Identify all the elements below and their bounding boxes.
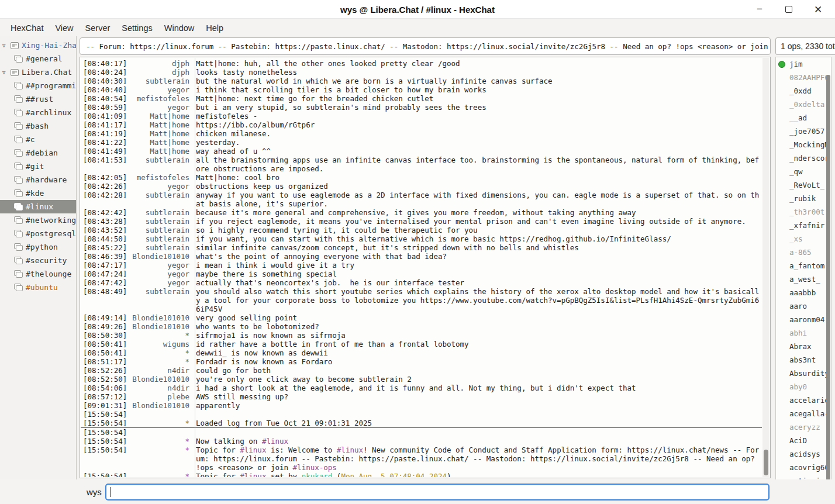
user-list-item[interactable]: aaro: [776, 299, 831, 313]
user-list-item[interactable]: 082AAHPF6: [776, 71, 831, 84]
message: you're only one click away to become sub…: [192, 375, 762, 384]
user-list-item[interactable]: Abrax: [776, 340, 831, 353]
message-segment: Topic for: [196, 446, 240, 454]
tree-label: #debian: [26, 149, 58, 157]
sidebar-item--thelounge[interactable]: #thelounge: [0, 267, 76, 281]
user-name: aaro: [789, 302, 807, 310]
user-list-item[interactable]: _xs: [776, 232, 831, 246]
chat-scrollbar-thumb[interactable]: [764, 450, 768, 475]
topic-bar[interactable]: -- Forum: https://linux.forum -- Pastebi…: [80, 37, 771, 55]
sidebar-item--kde[interactable]: #kde: [0, 187, 76, 200]
user-list-item[interactable]: _th3r00t: [776, 205, 831, 219]
tree-label: #thelounge: [26, 270, 71, 278]
sidebar-item--linux[interactable]: #linux: [0, 200, 76, 213]
menu-item-settings[interactable]: Settings: [116, 21, 158, 35]
user-name: aaronm04: [789, 315, 824, 324]
sidebar-item--programming[interactable]: ##programming: [0, 79, 76, 92]
menu-item-help[interactable]: Help: [200, 21, 229, 35]
user-list-item[interactable]: _0xdd: [776, 84, 831, 98]
menu-item-window[interactable]: Window: [158, 21, 201, 35]
message: sifrmoja1 is now known as sifrmoja: [192, 331, 762, 340]
sidebar-item--python[interactable]: #python: [0, 240, 76, 254]
chat-scrollbar[interactable]: [762, 58, 770, 477]
sidebar-item--postgresql[interactable]: #postgresql: [0, 227, 76, 240]
sidebar-item--bash[interactable]: #bash: [0, 119, 76, 133]
expander-down-icon[interactable]: ▽: [2, 70, 11, 75]
maximize-button[interactable]: [780, 1, 798, 18]
user-list-item[interactable]: aceryzz: [776, 420, 831, 434]
message-segment: set by: [266, 472, 301, 477]
sidebar-item--archlinux[interactable]: #archlinux: [0, 106, 76, 119]
message-segment: looks tasty nonetheless: [196, 68, 297, 77]
user-list-item[interactable]: _qw: [776, 165, 831, 178]
own-nick-label: wys: [87, 487, 102, 497]
nick: yegor: [118, 85, 192, 94]
user-list-item[interactable]: _nderscor: [776, 151, 831, 165]
chat-line: [08:41:09]Matt|homemefistofeles -: [81, 112, 762, 120]
user-list-item[interactable]: acovrig60: [776, 461, 831, 474]
menu-item-view[interactable]: View: [49, 21, 79, 35]
user-list-item[interactable]: _xfafnir: [776, 219, 831, 232]
timestamp: [08:40:17]: [81, 59, 118, 68]
event-star: *: [118, 419, 192, 427]
user-list-item[interactable]: __ad: [776, 111, 831, 125]
user-list-item[interactable]: Absurdity: [776, 367, 831, 380]
tree-label: ##rust: [26, 95, 53, 103]
expander-down-icon[interactable]: ▽: [2, 43, 11, 49]
timestamp: [08:50:41]: [81, 348, 118, 357]
user-list-item[interactable]: aaabbb: [776, 286, 831, 299]
sidebar-item--debian[interactable]: #debian: [0, 146, 76, 160]
minimize-button[interactable]: −: [751, 1, 768, 18]
nick: Matt|home: [118, 120, 192, 129]
tree-label: #linux: [26, 202, 53, 211]
user-list-item[interactable]: _rubik: [776, 192, 831, 205]
user-list-item[interactable]: _MockingM: [776, 138, 831, 151]
user-list-scrollbar-thumb[interactable]: [826, 75, 830, 485]
message: Matt|home: huh, all the other ones looke…: [192, 59, 762, 68]
user-list-item[interactable]: accelario: [776, 393, 831, 407]
sidebar-item-server-xing-hai-zhan[interactable]: ▽Xing-Hai-Zhan: [0, 39, 76, 52]
sidebar-item--networking[interactable]: #networking: [0, 213, 76, 227]
sidebar-item--c[interactable]: #c: [0, 133, 76, 146]
user-list-item[interactable]: jim: [776, 57, 831, 71]
user-list-item[interactable]: _0xdelta: [776, 98, 831, 111]
user-list-item[interactable]: aby0: [776, 380, 831, 393]
chat-line: [08:43:28]subtlerainif you reject eaglem…: [81, 217, 762, 226]
sidebar-item--hardware[interactable]: #hardware: [0, 173, 76, 187]
user-list-item[interactable]: _ReVoLt_: [776, 178, 831, 192]
chat-bubbles-icon: [14, 270, 23, 278]
chat-line: [08:50:41]*dewwii_ is now known as dewwi…: [81, 348, 762, 357]
user-name: acovrig60: [789, 463, 829, 472]
user-list-item[interactable]: acidsys: [776, 447, 831, 461]
user-list-item[interactable]: _joe7057: [776, 125, 831, 138]
user-list-item[interactable]: a_fantom: [776, 259, 831, 272]
user-list-item[interactable]: a_west_: [776, 272, 831, 286]
nick: Blondie101010: [118, 313, 192, 322]
sidebar-item--general[interactable]: #general: [0, 52, 76, 65]
close-button[interactable]: ✕: [809, 1, 827, 18]
user-list-item[interactable]: AciD: [776, 434, 831, 447]
message-input[interactable]: [105, 484, 770, 500]
user-list-item[interactable]: aaronm04: [776, 313, 831, 326]
chat-line: [08:41:22]Matt|homeyesterday.: [81, 138, 762, 147]
user-list-item[interactable]: abs3nt: [776, 353, 831, 367]
menu-item-hexchat[interactable]: HexChat: [5, 21, 49, 35]
nick: subtlerain: [118, 226, 192, 234]
user-name: _xs: [789, 234, 803, 243]
user-list-item[interactable]: abhi: [776, 326, 831, 340]
sidebar-item--git[interactable]: #git: [0, 160, 76, 173]
message: chicken milanese.: [192, 129, 762, 138]
message: Fordadr is now known as Fordaro: [192, 357, 762, 366]
user-list-item[interactable]: a-865: [776, 246, 831, 259]
sidebar-item--rust[interactable]: ##rust: [0, 92, 76, 106]
menu-item-server[interactable]: Server: [80, 21, 116, 35]
sidebar-item--ubuntu[interactable]: #ubuntu: [0, 281, 76, 294]
sidebar-item--security[interactable]: #security: [0, 254, 76, 267]
tree-label: #bash: [26, 122, 49, 130]
user-list-item[interactable]: acegalla-: [776, 407, 831, 420]
timestamp: [08:43:52]: [81, 226, 118, 234]
chat-line: [08:47:24]yegormaybe there is something …: [81, 270, 762, 278]
message: if you want, you can start with this alt…: [192, 234, 762, 243]
sidebar-item-server-libera-chat[interactable]: ▽Libera.Chat: [0, 65, 76, 79]
timestamp: [08:47:42]: [81, 278, 118, 287]
